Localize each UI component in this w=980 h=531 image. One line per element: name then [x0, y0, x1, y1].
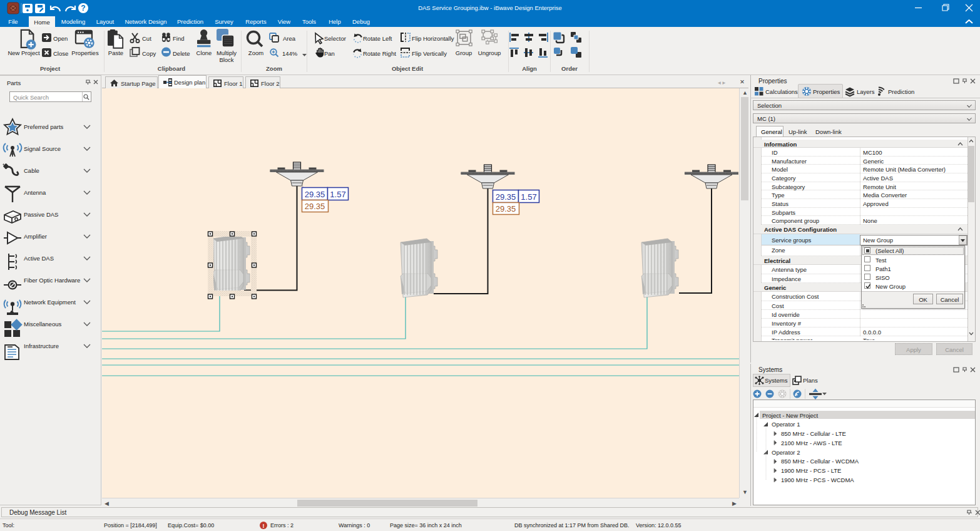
- svg-text:1.57: 1.57: [330, 190, 345, 199]
- svg-text:?: ?: [81, 4, 85, 13]
- svg-text:29.35: 29.35: [496, 192, 516, 202]
- svg-text:29.35: 29.35: [496, 204, 516, 214]
- svg-text:!: !: [263, 523, 265, 529]
- svg-text:Calculations: Calculations: [765, 88, 798, 95]
- svg-text:29.35: 29.35: [305, 202, 325, 211]
- svg-text:1.57: 1.57: [521, 192, 536, 202]
- svg-text:29.35: 29.35: [305, 190, 325, 199]
- svg-text:Prediction: Prediction: [888, 88, 914, 95]
- svg-text:Properties: Properties: [813, 88, 840, 95]
- svg-text:Layers: Layers: [857, 88, 875, 95]
